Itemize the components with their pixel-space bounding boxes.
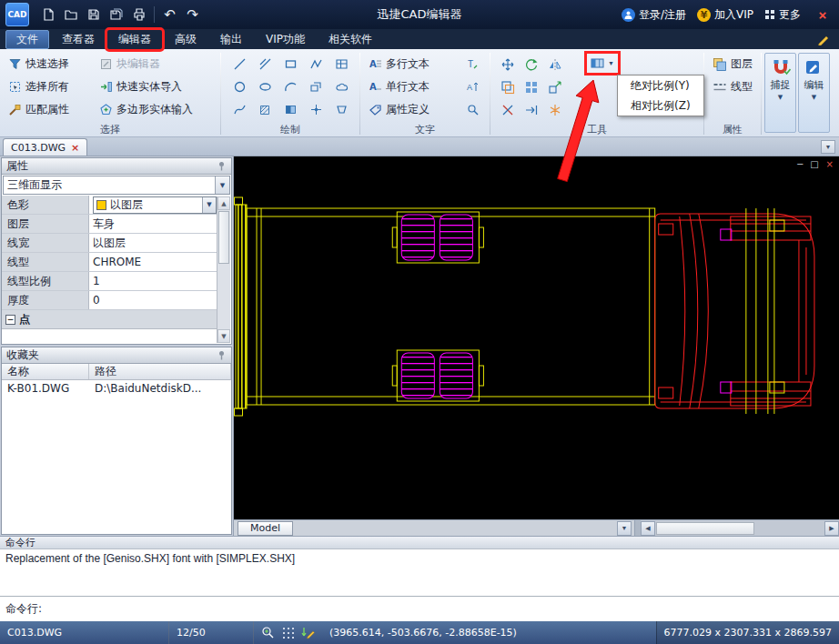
property-value[interactable]: 以图层 ▼ xyxy=(89,196,217,214)
gradient-tool-button[interactable] xyxy=(278,98,303,121)
pencil-icon[interactable] xyxy=(817,33,830,45)
multiline-text-button[interactable]: A 多行文本 xyxy=(366,53,460,75)
more-button[interactable]: 更多 xyxy=(764,7,801,23)
scale-dropdown-button[interactable]: ▼ xyxy=(587,54,618,73)
login-button[interactable]: 登录/注册 xyxy=(622,7,686,23)
array-tool-button[interactable] xyxy=(520,75,543,98)
chevron-down-icon[interactable]: ▼ xyxy=(215,176,229,194)
menu-item-absolute-scale[interactable]: 绝对比例(Y) xyxy=(618,75,703,96)
explode-tool-button[interactable] xyxy=(543,98,567,121)
undo-button[interactable]: ↶ xyxy=(158,3,181,26)
menu-output[interactable]: 输出 xyxy=(209,30,253,49)
horizontal-scrollbar[interactable]: ◀ ▶ xyxy=(641,520,839,536)
snap-button[interactable]: 捕捉 ▼ xyxy=(764,53,796,133)
menu-editor[interactable]: 编辑器 xyxy=(107,30,162,49)
scroll-up-icon[interactable]: ▲ xyxy=(217,196,230,210)
grid-snap-icon[interactable] xyxy=(281,626,295,639)
chevron-down-icon[interactable]: ▼ xyxy=(202,197,216,213)
menu-viewer[interactable]: 查看器 xyxy=(51,30,106,49)
arc-tool-button[interactable] xyxy=(278,75,303,98)
object-type-select[interactable]: 三维面显示 ▼ xyxy=(3,176,230,195)
drawing-canvas[interactable]: ─ □ × xyxy=(234,156,839,536)
scrollbar-thumb[interactable] xyxy=(218,211,229,264)
close-icon[interactable]: × xyxy=(826,159,834,169)
block-editor-button[interactable]: 块编辑器 xyxy=(96,55,215,73)
menu-advanced[interactable]: 高级 xyxy=(164,30,207,49)
polygon-entity-input-button[interactable]: 多边形实体输入 xyxy=(96,101,215,118)
scale-tool-button[interactable] xyxy=(543,75,567,98)
menu-vip-features[interactable]: VIP功能 xyxy=(255,30,316,49)
menu-item-relative-scale[interactable]: 相对比例(Z) xyxy=(618,96,703,116)
scroll-left-icon[interactable]: ◀ xyxy=(641,521,655,536)
property-value[interactable]: 车身 xyxy=(89,215,217,233)
document-tab[interactable]: C013.DWG × xyxy=(3,138,87,156)
attribute-define-button[interactable]: 属性定义 xyxy=(366,98,460,121)
property-value[interactable]: 0 xyxy=(89,291,217,309)
point-tool-button[interactable] xyxy=(303,98,329,121)
text-height-button[interactable]: A xyxy=(460,75,484,98)
model-tab[interactable]: Model xyxy=(238,521,293,536)
table-tool-button[interactable] xyxy=(329,53,354,75)
redo-button[interactable]: ↷ xyxy=(181,3,204,26)
menu-file[interactable]: 文件 xyxy=(5,30,49,49)
rectangle-tool-button[interactable] xyxy=(278,53,303,75)
edit-button[interactable]: 编辑 ▼ xyxy=(798,53,830,133)
circle-tool-button[interactable] xyxy=(227,75,252,98)
mirror-tool-button[interactable] xyxy=(543,53,567,75)
command-input[interactable] xyxy=(45,597,839,621)
scrollbar-track[interactable] xyxy=(217,265,230,329)
property-section-point[interactable]: − 点 xyxy=(2,310,217,329)
scrollbar-thumb[interactable] xyxy=(656,522,754,535)
minimize-icon[interactable]: ─ xyxy=(797,159,803,169)
property-value[interactable]: CHROME xyxy=(89,253,217,271)
block-tool-button[interactable] xyxy=(303,75,329,98)
menu-related-software[interactable]: 相关软件 xyxy=(318,30,383,49)
property-value[interactable]: 1 xyxy=(89,272,217,290)
region-tool-button[interactable] xyxy=(329,98,354,121)
polyline-tool-button[interactable] xyxy=(303,53,329,75)
cad-drawing[interactable] xyxy=(234,156,839,519)
scroll-down-icon[interactable]: ▼ xyxy=(217,329,230,343)
trim-tool-button[interactable] xyxy=(496,98,520,121)
zoom-icon[interactable] xyxy=(261,626,275,639)
tab-list-button[interactable]: ▼ xyxy=(821,140,835,154)
color-combobox[interactable]: 以图层 ▼ xyxy=(93,196,217,214)
singleline-text-button[interactable]: A 单行文本 xyxy=(366,75,460,98)
rotate-tool-button[interactable] xyxy=(520,53,543,75)
line-tool-button[interactable] xyxy=(227,53,252,75)
column-header-path[interactable]: 路径 xyxy=(89,364,231,379)
layers-button[interactable]: 图层 xyxy=(710,53,755,75)
quick-entity-import-button[interactable]: 快速实体导入 xyxy=(96,78,215,96)
new-file-button[interactable] xyxy=(36,3,59,26)
print-button[interactable] xyxy=(127,3,150,26)
text-style-button[interactable]: T xyxy=(460,53,484,75)
quick-select-button[interactable]: 快速选择 xyxy=(5,55,96,73)
save-button[interactable] xyxy=(82,3,105,26)
extend-tool-button[interactable] xyxy=(520,98,543,121)
column-header-name[interactable]: 名称 xyxy=(2,364,89,379)
linetype-button[interactable]: 线型 xyxy=(710,75,755,98)
save-all-button[interactable] xyxy=(105,3,127,26)
spline-tool-button[interactable] xyxy=(227,98,252,121)
draw-mode-icon[interactable] xyxy=(301,626,315,639)
vip-button[interactable]: ¥ 加入VIP xyxy=(697,7,753,23)
layout-scroll-button[interactable]: ▼ xyxy=(617,521,632,536)
close-button[interactable]: × xyxy=(812,7,834,23)
restore-icon[interactable]: □ xyxy=(810,159,818,169)
pin-icon[interactable] xyxy=(217,161,227,171)
move-tool-button[interactable] xyxy=(496,53,520,75)
collapse-icon[interactable]: − xyxy=(5,315,15,325)
properties-scrollbar[interactable]: ▲ ▼ xyxy=(217,196,230,343)
ellipse-tool-button[interactable] xyxy=(252,75,278,98)
scroll-right-icon[interactable]: ▶ xyxy=(824,521,839,536)
offset-tool-button[interactable] xyxy=(496,75,520,98)
cloud-tool-button[interactable] xyxy=(329,75,354,98)
text-find-button[interactable] xyxy=(460,98,484,121)
select-all-button[interactable]: 选择所有 xyxy=(5,78,96,96)
pin-icon[interactable] xyxy=(217,350,227,360)
open-file-button[interactable] xyxy=(59,3,82,26)
match-properties-button[interactable]: 匹配属性 xyxy=(5,101,96,118)
construction-line-tool-button[interactable] xyxy=(252,53,278,75)
hatch-tool-button[interactable] xyxy=(252,98,278,121)
property-value[interactable]: 以图层 xyxy=(89,234,217,252)
